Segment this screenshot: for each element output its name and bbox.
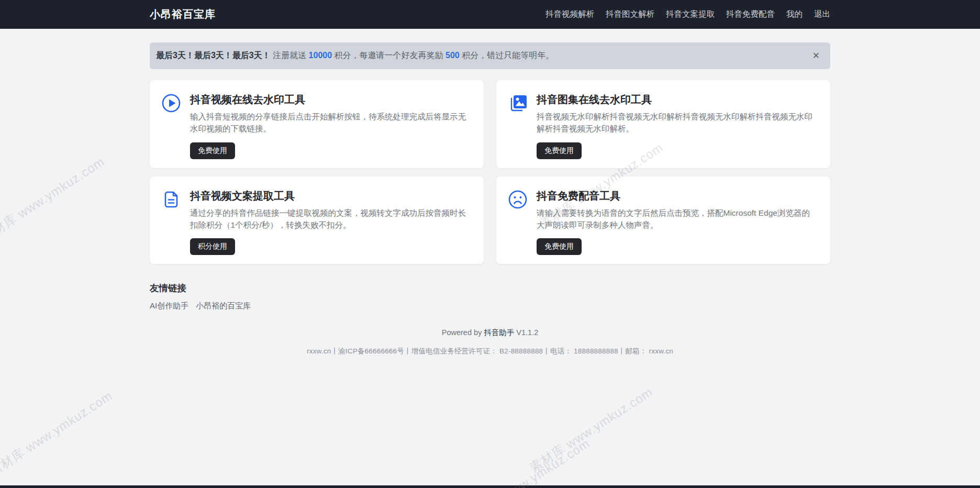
nav-item-free-dubbing[interactable]: 抖音免费配音 [726,9,775,20]
site-logo[interactable]: 小昂裕百宝库 [150,7,216,21]
card-description: 请输入需要转换为语音的文字后然后点击预览，搭配Microsoft Edge浏览器… [537,207,817,231]
voice-face-icon [508,190,528,209]
nav-menu: 抖音视频解析 抖音图文解析 抖音文案提取 抖音免费配音 我的 退出 [545,9,830,20]
nav-item-logout[interactable]: 退出 [814,9,830,20]
card-video-watermark: 抖音视频在线去水印工具 输入抖音短视频的分享链接后点击开始解析按钮，待系统处理完… [150,80,484,168]
watermark-text: 素材库 www.ymkuz.com [0,153,108,246]
powered-app-link[interactable]: 抖音助手 [484,328,514,337]
promo-banner: 最后3天！最后3天！最后3天！ 注册就送 10000 积分，每邀请一个好友再奖励… [150,42,830,69]
document-icon [161,190,181,209]
card-description: 通过分享的抖音作品链接一键提取视频的文案，视频转文字成功后按音频时长扣除积分（1… [190,207,470,231]
friend-link-treasure-box[interactable]: 小昂裕的百宝库 [196,301,251,310]
watermark-text: 素材库 www.ymkuz.com [0,387,116,480]
promo-banner-text: 最后3天！最后3天！最后3天！ 注册就送 10000 积分，每邀请一个好友再奖励… [156,50,554,61]
card-title: 抖音免费配音工具 [537,189,817,203]
nav-item-video-parse[interactable]: 抖音视频解析 [545,9,594,20]
nav-item-image-parse[interactable]: 抖音图文解析 [606,9,654,20]
top-navbar: 小昂裕百宝库 抖音视频解析 抖音图文解析 抖音文案提取 抖音免费配音 我的 退出 [0,0,980,29]
watermark-text: 素材库 www.ymkuz.com [463,435,593,488]
use-copy-extract-button[interactable]: 积分使用 [190,238,235,255]
use-free-dubbing-button[interactable]: 免费使用 [537,238,582,255]
card-description: 输入抖音短视频的分享链接后点击开始解析按钮，待系统处理完成后将显示无水印视频的下… [190,110,470,135]
card-copy-extract: 抖音视频文案提取工具 通过分享的抖音作品链接一键提取视频的文案，视频转文字成功后… [150,176,484,264]
watermark-text: 素材库 www.ymkuz.com [526,384,656,476]
gallery-icon [508,93,528,113]
promo-countdown-text: 最后3天！最后3天！最后3天！ [156,51,271,60]
use-image-watermark-button[interactable]: 免费使用 [537,142,582,159]
legal-info-line: rxxw.cn丨渝ICP备66666666号丨增值电信业务经营许可证： B2-8… [150,347,830,356]
invite-points-value: 500 [446,51,460,60]
page-footer: Powered by 抖音助手 V1.1.2 rxxw.cn丨渝ICP备6666… [150,328,830,356]
nav-item-copy-extract[interactable]: 抖音文案提取 [666,9,715,20]
card-title: 抖音视频在线去水印工具 [190,93,470,106]
friend-links-section: 友情链接 AI创作助手 小昂裕的百宝库 [150,282,830,311]
play-icon [161,93,181,113]
nav-item-my-account[interactable]: 我的 [786,9,803,20]
tool-card-grid: 抖音视频在线去水印工具 输入抖音短视频的分享链接后点击开始解析按钮，待系统处理完… [150,80,830,264]
friend-link-ai-assistant[interactable]: AI创作助手 [150,301,188,310]
card-title: 抖音视频文案提取工具 [190,189,470,203]
window-bottom-edge [0,485,980,488]
card-title: 抖音图集在线去水印工具 [537,93,817,106]
card-free-dubbing: 抖音免费配音工具 请输入需要转换为语音的文字后然后点击预览，搭配Microsof… [496,176,830,264]
signup-points-value: 10000 [309,51,332,60]
card-image-watermark: 抖音图集在线去水印工具 抖音视频无水印解析抖音视频无水印解析抖音视频无水印解析抖… [496,80,830,168]
friend-links-title: 友情链接 [150,282,830,294]
use-video-watermark-button[interactable]: 免费使用 [190,142,235,159]
close-icon[interactable]: ✕ [810,49,822,62]
powered-by-line: Powered by 抖音助手 V1.1.2 [150,328,830,338]
card-description: 抖音视频无水印解析抖音视频无水印解析抖音视频无水印解析抖音视频无水印解析抖音视频… [537,110,817,135]
